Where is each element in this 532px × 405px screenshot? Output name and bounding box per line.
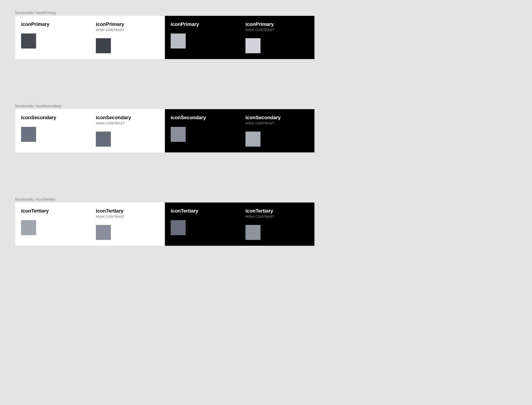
section-iconTertiary: functionals / iconTertiary iconTertiary … (15, 197, 314, 246)
color-swatch (171, 127, 186, 142)
high-contrast-label: HIGH CONTRAST (245, 122, 309, 125)
variant-dark-hc: iconTertiary HIGH CONTRAST (240, 202, 314, 246)
token-name: iconPrimary (96, 22, 159, 27)
section-header: functionals / iconTertiary (15, 197, 314, 201)
dark-half: iconSecondary iconSecondary HIGH CONTRAS… (165, 109, 314, 152)
token-name: iconTertiary (245, 208, 309, 214)
token-row: iconPrimary iconPrimary HIGH CONTRAST ic… (15, 16, 314, 59)
token-name: iconSecondary (245, 115, 309, 120)
high-contrast-label: HIGH CONTRAST (96, 215, 159, 219)
color-swatch (21, 220, 36, 235)
token-name: iconTertiary (171, 208, 234, 214)
high-contrast-label: HIGH CONTRAST (245, 215, 309, 219)
variant-dark: iconSecondary (165, 109, 240, 152)
section-iconSecondary: functionals / iconSecondary iconSecondar… (15, 104, 314, 152)
color-swatch (96, 225, 111, 240)
variant-light: iconSecondary (15, 109, 90, 152)
color-swatch (21, 33, 36, 49)
variant-light: iconPrimary (15, 16, 90, 59)
token-row: iconSecondary iconSecondary HIGH CONTRAS… (15, 109, 314, 152)
token-name: iconTertiary (96, 208, 159, 214)
variant-dark-hc: iconPrimary HIGH CONTRAST (240, 16, 314, 59)
light-half: iconTertiary iconTertiary HIGH CONTRAST (15, 202, 165, 246)
section-header: functionals / iconPrimary (15, 11, 314, 15)
token-name: iconPrimary (171, 22, 234, 27)
section-header: functionals / iconSecondary (15, 104, 314, 108)
high-contrast-label: HIGH CONTRAST (96, 122, 159, 125)
light-half: iconPrimary iconPrimary HIGH CONTRAST (15, 16, 165, 59)
token-name: iconTertiary (21, 208, 84, 214)
token-name: iconSecondary (21, 115, 84, 120)
variant-light-hc: iconPrimary HIGH CONTRAST (90, 16, 165, 59)
token-name: iconPrimary (21, 22, 84, 27)
variant-dark-hc: iconSecondary HIGH CONTRAST (240, 109, 314, 152)
section-iconPrimary: functionals / iconPrimary iconPrimary ic… (15, 11, 314, 59)
color-swatch (21, 127, 36, 142)
token-row: iconTertiary iconTertiary HIGH CONTRAST … (15, 202, 314, 246)
token-name: iconPrimary (245, 22, 309, 27)
variant-light-hc: iconTertiary HIGH CONTRAST (90, 202, 165, 246)
token-name: iconSecondary (171, 115, 234, 120)
color-swatch (245, 132, 260, 147)
design-token-sheet: functionals / iconPrimary iconPrimary ic… (0, 0, 330, 267)
color-swatch (96, 132, 111, 147)
light-half: iconSecondary iconSecondary HIGH CONTRAS… (15, 109, 165, 152)
high-contrast-label: HIGH CONTRAST (96, 28, 159, 32)
variant-light-hc: iconSecondary HIGH CONTRAST (90, 109, 165, 152)
variant-dark: iconTertiary (165, 202, 240, 246)
color-swatch (245, 38, 260, 53)
color-swatch (245, 225, 260, 240)
token-name: iconSecondary (96, 115, 159, 120)
variant-light: iconTertiary (15, 202, 90, 246)
color-swatch (171, 220, 186, 235)
color-swatch (171, 33, 186, 49)
high-contrast-label: HIGH CONTRAST (245, 28, 309, 32)
dark-half: iconPrimary iconPrimary HIGH CONTRAST (165, 16, 314, 59)
color-swatch (96, 38, 111, 53)
variant-dark: iconPrimary (165, 16, 240, 59)
dark-half: iconTertiary iconTertiary HIGH CONTRAST (165, 202, 314, 246)
